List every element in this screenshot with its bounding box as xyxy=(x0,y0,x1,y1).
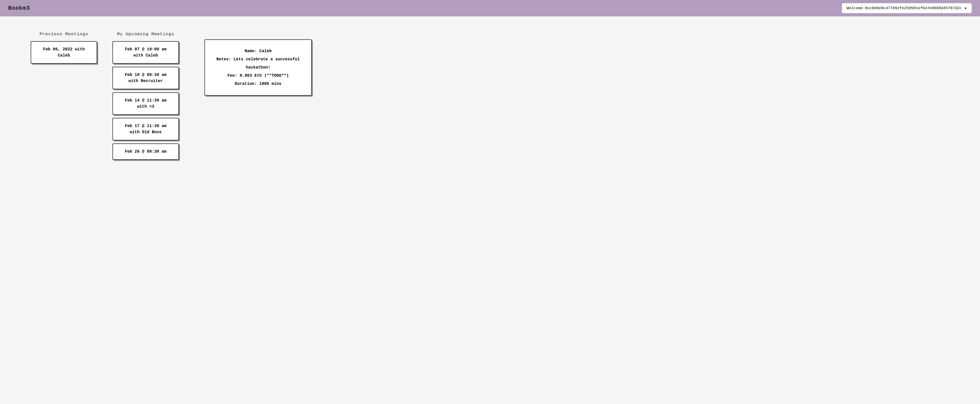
upcoming-meeting-item-4[interactable]: Feb 26 @ 09:30 am xyxy=(113,144,179,160)
upcoming-meeting-0-line2: with Caleb xyxy=(134,53,158,58)
welcome-text: Welcome 0xcbb0e9c477692fe259501efb47e860… xyxy=(846,6,962,11)
previous-meeting-line2: Caleb xyxy=(58,53,70,58)
upcoming-meeting-item-0[interactable]: Feb 07 @ 10:00 am with Caleb xyxy=(113,41,179,64)
upcoming-meeting-2-line1: Feb 14 @ 11:30 am xyxy=(125,98,166,103)
upcoming-meeting-item-1[interactable]: Feb 10 @ 08:30 am with Recruiter xyxy=(113,67,179,89)
previous-meetings-title: Previous Meetings xyxy=(40,32,88,37)
upcoming-meeting-3-line1: Feb 17 @ 11:30 am xyxy=(125,124,166,128)
app-title: Bookm3 xyxy=(8,5,30,11)
detail-notes: Notes: Lets celebrate a successful hacka… xyxy=(214,55,302,72)
detail-panel: Name: Caleb Notes: Lets celebrate a succ… xyxy=(204,39,312,96)
previous-meeting-item[interactable]: Feb 06, 2022 with Caleb xyxy=(31,41,97,64)
upcoming-meeting-item-2[interactable]: Feb 14 @ 11:30 am with <3 xyxy=(113,92,179,115)
detail-name: Name: Caleb xyxy=(214,47,302,55)
upcoming-meeting-3-line2: with Old Boss xyxy=(130,130,162,134)
upcoming-meetings-section: My Upcoming Meetings Feb 07 @ 10:00 am w… xyxy=(113,32,179,160)
previous-meetings-section: Previous Meetings Feb 06, 2022 with Cale… xyxy=(31,32,97,64)
main-content: Previous Meetings Feb 06, 2022 with Cale… xyxy=(0,16,980,170)
detail-duration: Duration: 1800 mins xyxy=(214,80,302,88)
upcoming-meeting-4-line1: Feb 26 @ 09:30 am xyxy=(125,149,166,154)
upcoming-meeting-1-line2: with Recruiter xyxy=(129,79,163,83)
upcoming-meeting-item-3[interactable]: Feb 17 @ 11:30 am with Old Boss xyxy=(113,118,179,141)
welcome-dropdown[interactable]: Welcome 0xcbb0e9c477692fe259501efb47e860… xyxy=(842,3,972,13)
previous-meeting-line1: Feb 06, 2022 with xyxy=(43,47,84,52)
detail-fee: Fee: 0.003 Eth (**TODO**) xyxy=(214,72,302,80)
app-header: Bookm3 Welcome 0xcbb0e9c477692fe259501ef… xyxy=(0,0,980,16)
upcoming-meetings-title: My Upcoming Meetings xyxy=(117,32,174,37)
detail-card: Name: Caleb Notes: Lets celebrate a succ… xyxy=(204,39,312,96)
upcoming-meeting-2-line2: with <3 xyxy=(137,104,154,109)
upcoming-meeting-1-line1: Feb 10 @ 08:30 am xyxy=(125,73,166,77)
chevron-down-icon: ▾ xyxy=(964,5,967,11)
upcoming-meeting-0-line1: Feb 07 @ 10:00 am xyxy=(125,47,166,52)
